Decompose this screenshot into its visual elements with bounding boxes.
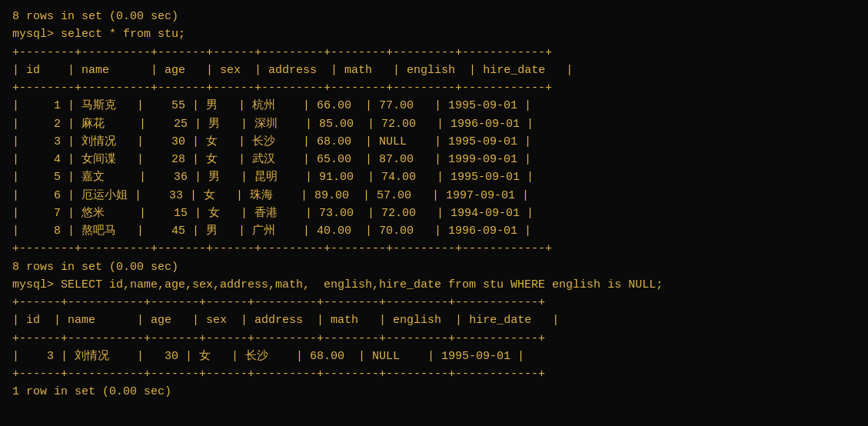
- table-row: | 6 | 厄运小姐 | 33 | 女 | 珠海 | 89.00 | 57.00…: [12, 187, 856, 205]
- table1-hline-bot: +--------+----------+-------+------+----…: [12, 240, 856, 258]
- query1: mysql> select * from stu;: [12, 25, 856, 43]
- table-row: | 1 | 马斯克 | 55 | 男 | 杭州 | 66.00 | 77.00 …: [12, 97, 856, 115]
- table1-hline-top: +--------+----------+-------+------+----…: [12, 44, 856, 62]
- bottom-status1: 8 rows in set (0.00 sec): [12, 258, 856, 276]
- table1-header-row: | id | name | age | sex | address | math…: [12, 62, 856, 79]
- table1-hline-mid: +--------+----------+-------+------+----…: [12, 79, 856, 97]
- table1-body: | 1 | 马斯克 | 55 | 男 | 杭州 | 66.00 | 77.00 …: [12, 97, 856, 240]
- table-row: | 3 | 刘情况 | 30 | 女 | 长沙 | 68.00 | NULL |…: [12, 133, 856, 151]
- table-row: | 2 | 麻花 | 25 | 男 | 深圳 | 85.00 | 72.00 |…: [12, 115, 856, 133]
- bottom-status2: 1 row in set (0.00 sec): [12, 383, 856, 401]
- table-row: | 4 | 女间谍 | 28 | 女 | 武汉 | 65.00 | 87.00 …: [12, 151, 856, 168]
- table-row: | 3 | 刘情况 | 30 | 女 | 长沙 | 68.00 | NULL |…: [12, 348, 856, 365]
- table-row: | 5 | 嘉文 | 36 | 男 | 昆明 | 91.00 | 74.00 |…: [12, 168, 856, 186]
- table2-hline-bot: +------+-----------+-------+------+-----…: [12, 365, 856, 383]
- table2-hline-mid: +------+-----------+-------+------+-----…: [12, 330, 856, 348]
- terminal-container: 8 rows in set (0.00 sec) mysql> select *…: [12, 8, 856, 401]
- table-row: | 7 | 悠米 | 15 | 女 | 香港 | 73.00 | 72.00 |…: [12, 205, 856, 222]
- table-row: | 8 | 熬吧马 | 45 | 男 | 广州 | 40.00 | 70.00 …: [12, 222, 856, 240]
- top-status: 8 rows in set (0.00 sec): [12, 8, 856, 25]
- table2-body: | 3 | 刘情况 | 30 | 女 | 长沙 | 68.00 | NULL |…: [12, 348, 856, 365]
- query2: mysql> SELECT id,name,age,sex,address,ma…: [12, 276, 856, 294]
- table2-header-row: | id | name | age | sex | address | math…: [12, 311, 856, 329]
- table2-hline-top: +------+-----------+-------+------+-----…: [12, 294, 856, 311]
